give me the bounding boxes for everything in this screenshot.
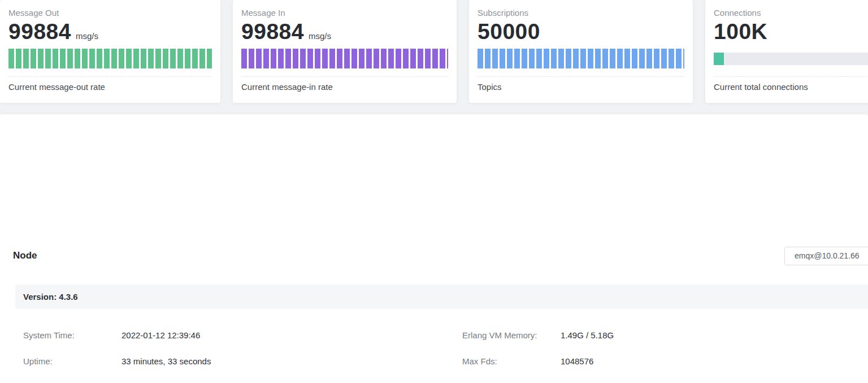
metric-card-title: Message Out [8, 8, 212, 18]
metric-card-title: Connections [714, 8, 868, 18]
metric-value: 99884 [8, 19, 71, 45]
node-details-left: System Time: 2022-01-12 12:39:46 Uptime:… [23, 322, 419, 383]
detail-row: Max Fds: 1048576 [462, 348, 858, 374]
metric-unit: msg/s [76, 31, 98, 41]
metric-card-footer: Current total connections [714, 82, 868, 92]
metric-bar-chart [714, 53, 868, 65]
card-divider [478, 76, 684, 77]
metric-bar-chart [478, 49, 684, 68]
metric-unit: msg/s [309, 31, 331, 41]
metric-card: Subscriptions 50000 Topics [469, 0, 693, 103]
metric-value: 99884 [241, 19, 304, 45]
detail-row: Erlang Process: 100637 / 2097152 [462, 374, 858, 383]
detail-row: System Time: 2022-01-12 12:39:46 [23, 322, 419, 348]
metric-bar-chart [241, 49, 448, 68]
metric-value: 50000 [478, 19, 540, 45]
metric-card-footer: Topics [478, 82, 684, 92]
detail-row: Uptime: 33 minutes, 33 seconds [23, 348, 419, 374]
page-title: Node [13, 250, 37, 261]
progress-fill [714, 53, 724, 65]
card-divider [241, 76, 448, 77]
metrics-cards-row: Message Out 99884 msg/s Current message-… [0, 0, 868, 103]
version-bar: Version: 4.3.6 [15, 285, 868, 309]
node-panel: Node emqx@10.0.21.66 Version: 4.3.6 Syst… [0, 114, 868, 383]
detail-value: 1.49G / 5.18G [561, 330, 614, 340]
node-selector-dropdown[interactable]: emqx@10.0.21.66 [784, 247, 868, 265]
metric-card-title: Message In [241, 8, 448, 18]
node-details-right: Erlang VM Memory: 1.49G / 5.18G Max Fds:… [462, 322, 858, 383]
metric-card-footer: Current message-in rate [241, 82, 448, 92]
metric-value-row: 99884 msg/s [8, 19, 212, 45]
detail-label: Erlang VM Memory: [462, 330, 561, 340]
detail-row: OTP Release: 23.2.7.2-emqx-3/11.1.8 [23, 374, 419, 383]
card-divider [8, 76, 212, 77]
metric-value-row: 99884 msg/s [241, 19, 448, 45]
detail-label: System Time: [23, 330, 121, 340]
metric-bar-chart [8, 49, 212, 68]
metric-card: Message Out 99884 msg/s Current message-… [0, 0, 220, 103]
detail-value: 2022-01-12 12:39:46 [121, 330, 200, 340]
metric-value: 100K [714, 19, 767, 45]
metric-value-row: 50000 [478, 19, 684, 45]
detail-label: Uptime: [23, 356, 121, 366]
node-selector-value: emqx@10.0.21.66 [795, 251, 860, 260]
metric-card: Connections 100K Current total connectio… [705, 0, 868, 103]
detail-label: Max Fds: [462, 356, 561, 366]
card-divider [714, 76, 868, 77]
detail-value: 33 minutes, 33 seconds [121, 356, 211, 366]
metric-card-footer: Current message-out rate [8, 82, 212, 92]
metric-card-title: Subscriptions [478, 8, 684, 18]
detail-value: 1048576 [561, 356, 593, 366]
detail-row: Erlang VM Memory: 1.49G / 5.18G [462, 322, 858, 348]
metric-value-row: 100K [714, 19, 868, 45]
metric-card: Message In 99884 msg/s Current message-i… [233, 0, 457, 103]
